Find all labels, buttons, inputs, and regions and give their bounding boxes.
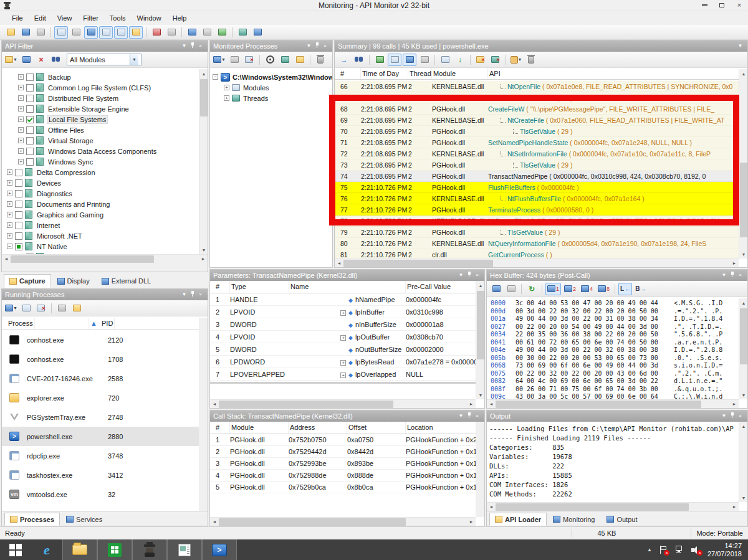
copy-button[interactable]	[34, 26, 47, 39]
tab-display[interactable]: Display	[52, 274, 95, 288]
open-button[interactable]	[4, 26, 17, 39]
checkbox-unchecked[interactable]	[26, 105, 34, 113]
big-endian-button[interactable]: B→	[633, 283, 648, 295]
filter-tree-item[interactable]: +Diagnostics	[2, 188, 199, 199]
layout-right-button[interactable]	[114, 26, 128, 39]
unmonitor-process-button[interactable]: ×	[34, 302, 48, 315]
close-icon[interactable]: ×	[473, 412, 481, 420]
checkbox-unchecked[interactable]	[26, 137, 34, 145]
checkbox-unchecked[interactable]	[26, 95, 34, 102]
filter-tree-item[interactable]: +Offline Files	[2, 125, 199, 135]
taskbar-api-monitor[interactable]	[132, 539, 167, 560]
hex-row[interactable]: 008264 00 4c 00 69 00 6e 00 65 00 3d 00 …	[487, 377, 739, 386]
hex-row[interactable]: 003422 00 35 00 36 00 38 00 22 00 20 00 …	[487, 331, 739, 339]
expand-icon[interactable]: +	[7, 201, 12, 207]
col-#[interactable]: #	[335, 68, 361, 79]
save-buffer-button[interactable]	[489, 283, 503, 295]
parameters-hscrollbar[interactable]: ◄►	[210, 399, 476, 408]
col-location[interactable]: Location	[406, 422, 484, 434]
close-icon[interactable]: ×	[196, 290, 204, 299]
expand-icon[interactable]: +	[340, 310, 346, 316]
checkbox-partial[interactable]	[15, 243, 22, 250]
hex-row[interactable]: 005b00 30 00 22 00 20 00 53 00 65 00 73 …	[487, 354, 739, 363]
group-4-button[interactable]: 4	[579, 283, 595, 295]
hex-hscrollbar[interactable]: ◄►	[487, 399, 739, 408]
layout-summary-button[interactable]	[84, 26, 98, 39]
autoscroll-button[interactable]: ↓	[453, 54, 467, 66]
filter-tree-item[interactable]: +Windows Sync	[2, 156, 199, 167]
tab-capture[interactable]: Capture	[4, 274, 51, 288]
checkbox-unchecked[interactable]	[26, 84, 34, 92]
expand-icon[interactable]: +	[18, 85, 24, 90]
expand-icon[interactable]: +	[18, 159, 24, 164]
expand-icon[interactable]: +	[224, 85, 229, 90]
filter-tree-item[interactable]: +Distributed File System	[2, 93, 199, 103]
call-stack-vscrollbar[interactable]	[476, 422, 484, 517]
params-toggle-button[interactable]	[403, 54, 416, 66]
process-properties-button[interactable]	[70, 302, 84, 315]
taskbar-green-app[interactable]	[97, 539, 132, 560]
save-button[interactable]	[19, 26, 32, 39]
menu-edit[interactable]: Edit	[29, 12, 52, 24]
hidden-icons-button[interactable]: ▲	[647, 547, 652, 553]
tab-external-dll[interactable]: External DLL	[96, 274, 157, 288]
parameters-vscrollbar[interactable]: ▲ ▼	[476, 281, 484, 399]
refresh-buffer-button[interactable]: ↻	[525, 283, 539, 295]
process-row[interactable]: >powershell.exe2880	[2, 427, 208, 446]
parameter-row[interactable]: 3DWORD◆nInBufferSize0x000001a8	[210, 318, 484, 331]
delete-filter-button[interactable]: ×	[34, 54, 48, 66]
menu-help[interactable]: Help	[167, 12, 193, 24]
menu-tools[interactable]: Tools	[104, 12, 132, 24]
layout-panels-button[interactable]	[129, 26, 143, 39]
stack-frame-row[interactable]: 2PGHook.dll0x7529442d0x8442dPGHookFuncti…	[210, 446, 484, 458]
expand-icon[interactable]: +	[7, 180, 12, 186]
pin-icon[interactable]	[313, 42, 321, 51]
col-thread[interactable]: Thread	[408, 68, 432, 79]
expand-icon[interactable]: +	[7, 222, 12, 228]
parameter-row[interactable]: 7LPOVERLAPPED+◆lpOverlappedNULL	[210, 368, 484, 381]
col-address[interactable]: Address	[289, 422, 347, 434]
stack-frame-row[interactable]: 4PGHook.dll0x752988de0x888dePGHookFuncti…	[210, 470, 484, 482]
menu-filter[interactable]: Filter	[77, 12, 103, 24]
col-name[interactable]: Name	[289, 281, 406, 293]
chevron-down-icon[interactable]: ▼	[130, 54, 138, 65]
taskbar-clock[interactable]: 14:27 27/07/2018	[707, 542, 742, 558]
hex-row[interactable]: 001a49 00 44 00 3d 00 22 00 31 00 38 00 …	[487, 315, 739, 323]
filter-tree-item[interactable]: +Devices	[2, 178, 199, 188]
decode-button[interactable]	[418, 54, 431, 66]
volume-muted-icon[interactable]: ×	[691, 546, 700, 554]
panel-menu-icon[interactable]: ▼	[736, 42, 744, 50]
expand-icon[interactable]: +	[18, 148, 24, 154]
close-icon[interactable]: ×	[321, 42, 329, 50]
checkbox-unchecked[interactable]	[26, 74, 34, 81]
checkbox-unchecked[interactable]	[15, 169, 22, 176]
process-row[interactable]: conhost.exe2120	[2, 330, 208, 349]
monitor-process-button[interactable]	[19, 302, 33, 315]
api-call-row[interactable]: 662:21:08.695 PM2KERNELBASE.dllNtOpenFil…	[335, 81, 739, 92]
stack-frame-row[interactable]: 5PGHook.dll0x7529b0ca0x8b0caPGHookFuncti…	[210, 482, 484, 493]
pin-icon[interactable]	[728, 271, 736, 280]
start-button[interactable]	[0, 539, 31, 560]
close-icon[interactable]: ×	[196, 42, 204, 50]
goto-call-button[interactable]: →	[337, 54, 351, 66]
expand-icon[interactable]: +	[7, 233, 12, 239]
menu-view[interactable]: View	[52, 12, 78, 24]
expand-icon[interactable]: +	[18, 95, 24, 101]
thread-view-button[interactable]	[278, 54, 292, 66]
col-#[interactable]: #	[210, 422, 230, 434]
expand-icon[interactable]: +	[224, 95, 229, 101]
process-row[interactable]: PGSystemTray.exe2748	[2, 407, 208, 427]
checkbox-unchecked[interactable]	[15, 222, 22, 229]
panel-menu-icon[interactable]: ▼	[180, 290, 188, 299]
menu-file[interactable]: File	[6, 12, 29, 24]
pin-icon[interactable]	[188, 290, 196, 300]
filter-tree-item[interactable]: +Microsoft .NET	[2, 230, 199, 241]
group-8-button[interactable]: 8	[596, 283, 611, 295]
monitor-new-button[interactable]: ▼	[213, 54, 226, 66]
collapse-icon[interactable]: −	[213, 74, 218, 80]
properties-button[interactable]	[293, 54, 307, 66]
close-icon[interactable]: ×	[473, 271, 481, 280]
new-window-button[interactable]	[185, 26, 199, 39]
expand-icon[interactable]: +	[18, 116, 24, 122]
hex-row[interactable]: 002700 22 00 20 00 54 00 49 00 44 00 3d …	[487, 323, 739, 331]
